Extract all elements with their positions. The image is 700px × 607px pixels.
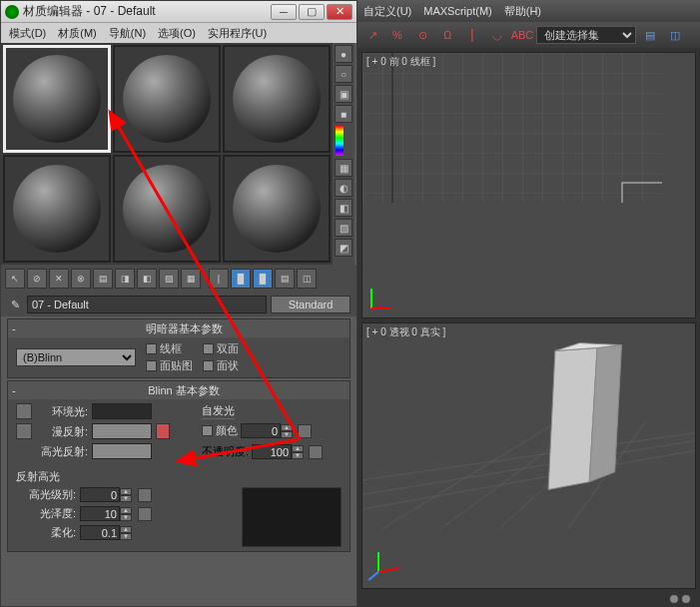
assign-icon[interactable]: ✕ [49, 269, 69, 289]
minimize-button[interactable]: ─ [271, 4, 297, 20]
opacity-value-input[interactable] [252, 444, 292, 459]
spinner-up-icon[interactable]: ▲ [292, 445, 304, 452]
layer-icon[interactable]: ▤ [639, 24, 661, 46]
menu-utilities[interactable]: 实用程序(U) [202, 24, 273, 43]
self-illum-color-checkbox[interactable] [202, 425, 213, 436]
menu-help[interactable]: 帮助(H) [504, 4, 541, 19]
perspective-viewport-label[interactable]: [ + 0 透视 0 真实 ] [366, 325, 445, 339]
blinn-rollout-header[interactable]: - Blinn 基本参数 [8, 381, 350, 399]
snap-icon[interactable]: ⊙ [411, 24, 433, 46]
material-sphere [233, 165, 321, 253]
go-parent-icon[interactable]: | [209, 269, 229, 289]
shader-rollout-header[interactable]: - 明暗器基本参数 [8, 319, 350, 337]
put-to-scene-icon[interactable]: ⊘ [27, 269, 47, 289]
ambient-lock-icon[interactable] [16, 403, 32, 419]
reset-map-icon[interactable]: ⊗ [71, 269, 91, 289]
make-unique-icon[interactable]: ◨ [115, 269, 135, 289]
show-end-result-icon[interactable]: ▦ [181, 269, 201, 289]
sample-slot-1[interactable] [113, 45, 221, 153]
spinner-up-icon[interactable]: ▲ [120, 526, 132, 533]
mat-map-nav-icon[interactable]: ◩ [335, 239, 352, 257]
eyedropper-icon[interactable]: ✎ [7, 297, 23, 312]
front-viewport[interactable]: [ + 0 前 0 线框 ] [361, 52, 696, 318]
spinner-up-icon[interactable]: ▲ [281, 424, 293, 431]
faceted-checkbox[interactable]: 面状 [203, 358, 239, 373]
self-illum-map-button[interactable] [298, 424, 312, 438]
menu-mode[interactable]: 模式(D) [3, 24, 52, 43]
pick-icon[interactable]: ◫ [297, 269, 317, 289]
shader-select[interactable]: (B)Blinn [16, 348, 136, 366]
menu-customize[interactable]: 自定义(U) [363, 4, 411, 19]
spinner-down-icon[interactable]: ▼ [120, 514, 132, 521]
percent-snap-icon[interactable]: % [386, 24, 408, 46]
spinner-down-icon[interactable]: ▼ [292, 452, 304, 459]
vp-tool-0[interactable]: ↗ [361, 24, 383, 46]
show-map-icon[interactable]: ▤ [275, 269, 295, 289]
spec-level-map-button[interactable] [138, 488, 152, 502]
mat-id-icon[interactable]: ▧ [159, 269, 179, 289]
go-sibling-icon[interactable]: █ [253, 269, 273, 289]
sample-uv-icon[interactable]: ■ [335, 105, 352, 123]
spinner-down-icon[interactable]: ▼ [281, 431, 293, 438]
viewport-menubar: 自定义(U) MAXScript(M) 帮助(H) [357, 0, 700, 22]
material-sphere [123, 55, 211, 143]
menu-options[interactable]: 选项(O) [152, 24, 202, 43]
isolate-icon[interactable]: ◫ [664, 24, 686, 46]
spinner-down-icon[interactable]: ▼ [120, 533, 132, 540]
grid [362, 53, 662, 203]
viewport-toolbar: ↗ % ⊙ Ω ⎮ ◡ ABC 创建选择集 ▤ ◫ [357, 22, 700, 48]
spec-level-input[interactable] [80, 487, 120, 502]
abc-icon[interactable]: ABC [511, 24, 533, 46]
diffuse-swatch[interactable] [92, 423, 152, 439]
background-icon[interactable]: ▣ [335, 85, 352, 103]
twosided-checkbox[interactable]: 双面 [203, 341, 239, 356]
opacity-map-button[interactable] [309, 445, 323, 459]
titlebar[interactable]: 材质编辑器 - 07 - Default ─ ▢ ✕ [1, 1, 356, 23]
menu-material[interactable]: 材质(M) [52, 24, 103, 43]
backlight-icon[interactable]: ○ [335, 65, 352, 83]
gloss-input[interactable] [80, 506, 120, 521]
material-name-input[interactable] [27, 296, 267, 313]
select-by-mat-icon[interactable]: ▨ [335, 219, 352, 237]
make-preview-icon[interactable]: ◐ [335, 179, 352, 197]
menu-navigate[interactable]: 导航(N) [103, 24, 152, 43]
soften-input[interactable] [80, 525, 120, 540]
sample-slot-0[interactable] [3, 45, 111, 153]
ambient-swatch[interactable] [92, 403, 152, 419]
sample-slot-3[interactable] [3, 155, 111, 263]
close-button[interactable]: ✕ [327, 4, 352, 20]
sample-type-icon[interactable]: ● [335, 45, 352, 63]
spinner-down-icon[interactable]: ▼ [120, 495, 132, 502]
menu-maxscript[interactable]: MAXScript(M) [423, 5, 491, 17]
gloss-map-button[interactable] [138, 507, 152, 521]
specular-swatch[interactable] [92, 443, 152, 459]
material-sphere [13, 55, 101, 143]
facemap-checkbox[interactable]: 面贴图 [146, 358, 193, 373]
go-forward-icon[interactable]: █ [231, 269, 251, 289]
sample-slot-4[interactable] [113, 155, 221, 263]
curve-icon[interactable]: ◡ [486, 24, 508, 46]
sample-slot-5[interactable] [223, 155, 331, 263]
svg-rect-0 [362, 53, 662, 203]
make-copy-icon[interactable]: ▤ [93, 269, 113, 289]
self-illum-value-input[interactable] [241, 423, 281, 438]
diffuse-label: 漫反射: [36, 424, 88, 439]
status-dot [670, 595, 678, 603]
color-strip-icon[interactable] [336, 126, 344, 156]
selection-set-combo[interactable]: 创建选择集 [536, 26, 636, 44]
diffuse-toggle-icon[interactable] [16, 423, 32, 439]
magnet-icon[interactable]: Ω [436, 24, 458, 46]
front-viewport-label[interactable]: [ + 0 前 0 线框 ] [366, 55, 435, 69]
spinner-up-icon[interactable]: ▲ [120, 507, 132, 514]
put-to-lib-icon[interactable]: ◧ [137, 269, 157, 289]
spinner-up-icon[interactable]: ▲ [120, 488, 132, 495]
lock-icon[interactable] [156, 423, 170, 439]
video-check-icon[interactable]: ▦ [335, 159, 352, 177]
get-material-icon[interactable]: ↖ [5, 269, 25, 289]
material-type-button[interactable]: Standard [271, 296, 350, 313]
sample-slot-2[interactable] [223, 45, 331, 153]
maximize-button[interactable]: ▢ [299, 4, 325, 20]
wireframe-checkbox[interactable]: 线框 [146, 341, 193, 356]
perspective-viewport[interactable]: [ + 0 透视 0 真实 ] [361, 322, 696, 589]
options-icon[interactable]: ◧ [335, 199, 352, 217]
